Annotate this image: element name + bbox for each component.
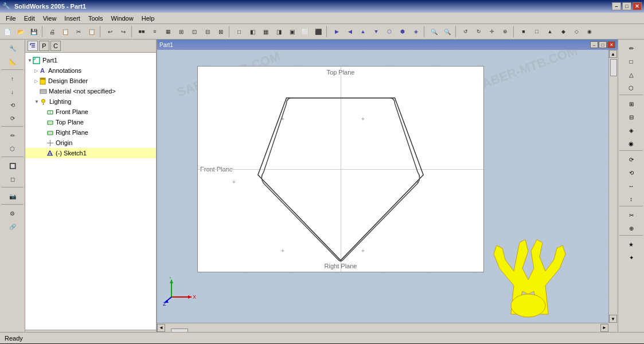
left-icon-5[interactable]: ⟲ [6, 99, 19, 111]
menu-view[interactable]: View [40, 14, 60, 22]
tb-3d-7[interactable]: ◈ [409, 25, 422, 38]
right-icon-4[interactable]: ⬡ [625, 81, 638, 94]
right-icon-15[interactable]: ★ [625, 238, 638, 251]
redo-button[interactable]: ↪ [117, 25, 130, 38]
minimize-button[interactable]: – [612, 2, 621, 10]
tree-item-sketch1[interactable]: (-) Sketch1 [25, 148, 156, 158]
tb-3d-1[interactable]: ▶ [330, 25, 343, 38]
left-icon-1[interactable]: 🔧 [6, 42, 19, 54]
tb-disp-4[interactable]: ◆ [557, 25, 569, 38]
tb-view-1[interactable]: ↺ [459, 25, 472, 38]
tb-btn-14[interactable]: ▦ [259, 25, 272, 38]
scroll-right-button[interactable]: ► [600, 324, 608, 332]
menu-window[interactable]: Window [108, 14, 137, 22]
print-button[interactable]: 🖨 [46, 25, 58, 38]
tb-btn-4[interactable]: 📋 [85, 25, 98, 38]
fm-splitter[interactable] [25, 330, 156, 332]
left-icon-2[interactable]: 📐 [6, 55, 19, 68]
tb-disp-2[interactable]: □ [530, 25, 543, 38]
left-icon-4[interactable]: ↓ [6, 85, 19, 98]
scrollbar-vertical[interactable]: ▲ ▼ [608, 50, 618, 323]
menu-insert[interactable]: Insert [61, 14, 84, 22]
scroll-thumb-v[interactable] [610, 59, 617, 76]
tb-btn-13[interactable]: ◧ [246, 25, 259, 38]
tb-3d-5[interactable]: ⬡ [383, 25, 396, 38]
scrollbar-horizontal[interactable]: ◄ ► [157, 323, 608, 332]
tb-btn-11[interactable]: ⊠ [214, 25, 227, 38]
scroll-down-button[interactable]: ▼ [609, 315, 617, 323]
tb-btn-7[interactable]: ▦ [162, 25, 174, 38]
left-icon-3[interactable]: ↑ [6, 72, 19, 85]
scroll-left-button[interactable]: ◄ [157, 324, 165, 332]
zoom-in-button[interactable]: 🔍 [428, 25, 440, 38]
tb-btn-15[interactable]: ◨ [272, 25, 285, 38]
save-button[interactable]: 💾 [28, 25, 40, 38]
tb-btn-6[interactable]: ≡ [149, 25, 161, 38]
tb-btn-17[interactable]: ⬜ [299, 25, 311, 38]
tree-item-origin[interactable]: Origin [25, 138, 156, 148]
left-icon-13[interactable]: 🔗 [6, 220, 19, 233]
scroll-thumb-h[interactable] [171, 329, 188, 333]
tb-disp-6[interactable]: ◉ [583, 25, 596, 38]
right-icon-10[interactable]: ⟲ [625, 166, 638, 179]
tree-item-material[interactable]: Material <not specified> [25, 86, 156, 96]
right-icon-11[interactable]: ↔ [625, 179, 638, 192]
menu-edit[interactable]: Edit [21, 14, 38, 22]
tb-view-3[interactable]: ✛ [486, 25, 498, 38]
scroll-up-button[interactable]: ▲ [609, 50, 617, 58]
right-icon-12[interactable]: ↕ [625, 193, 638, 205]
undo-button[interactable]: ↩ [104, 25, 116, 38]
right-icon-6[interactable]: ⊟ [625, 111, 638, 123]
tree-item-design-binder[interactable]: ▷ Design Binder [25, 76, 156, 86]
right-icon-8[interactable]: ◉ [625, 137, 638, 150]
menu-tools[interactable]: Tools [85, 14, 107, 22]
tree-item-annotations[interactable]: ▷ A Annotations [25, 65, 156, 76]
menu-file[interactable]: File [2, 14, 19, 22]
left-icon-11[interactable]: 📷 [6, 190, 19, 202]
tb-btn-18[interactable]: ⬛ [312, 25, 325, 38]
right-icon-7[interactable]: ◈ [625, 124, 638, 136]
close-button[interactable]: ✕ [633, 2, 642, 10]
tb-view-2[interactable]: ↻ [473, 25, 485, 38]
left-icon-7[interactable]: ✏ [6, 129, 19, 142]
tree-item-lighting[interactable]: ▼ Lighting [25, 96, 156, 107]
right-icon-13[interactable]: ✂ [625, 209, 638, 221]
tree-item-top-plane[interactable]: Top Plane [25, 117, 156, 127]
tb-btn-10[interactable]: ⊟ [201, 25, 214, 38]
left-icon-8[interactable]: ⬡ [6, 142, 19, 155]
tree-item-right-plane[interactable]: Right Plane [25, 127, 156, 138]
zoom-out-button[interactable]: 🔍 [441, 25, 454, 38]
menu-help[interactable]: Help [138, 14, 158, 22]
tb-3d-6[interactable]: ⬢ [396, 25, 409, 38]
left-icon-6[interactable]: ⟳ [6, 112, 19, 124]
open-button[interactable]: 📂 [14, 25, 27, 38]
tb-btn-16[interactable]: ▣ [286, 25, 298, 38]
inner-maximize[interactable]: □ [599, 41, 607, 48]
fm-tab-props[interactable]: P [39, 41, 49, 51]
right-icon-3[interactable]: △ [625, 68, 638, 81]
tb-btn-5[interactable]: ■■ [135, 25, 148, 38]
tree-item-part1[interactable]: ▼ Part1 [25, 55, 156, 65]
tb-btn-9[interactable]: ⊡ [188, 25, 201, 38]
right-icon-16[interactable]: ✦ [625, 251, 638, 264]
right-icon-14[interactable]: ⊕ [625, 222, 638, 234]
tb-btn-2[interactable]: 📋 [59, 25, 72, 38]
right-icon-5[interactable]: ⊞ [625, 97, 638, 110]
inner-close[interactable]: ✕ [607, 41, 615, 48]
tb-view-4[interactable]: ⊕ [499, 25, 512, 38]
tb-btn-12[interactable]: □ [233, 25, 245, 38]
tb-disp-1[interactable]: ■ [517, 25, 530, 38]
right-icon-9[interactable]: ⟳ [625, 153, 638, 166]
tb-3d-4[interactable]: ▼ [370, 25, 383, 38]
fm-tab-config[interactable]: C [50, 41, 61, 51]
right-icon-2[interactable]: □ [625, 55, 638, 68]
maximize-button[interactable]: □ [622, 2, 631, 10]
tb-3d-3[interactable]: ▲ [357, 25, 369, 38]
right-icon-1[interactable]: ✏ [625, 42, 638, 54]
left-icon-9[interactable]: 🔲 [6, 159, 19, 172]
inner-minimize[interactable]: – [590, 41, 598, 48]
new-button[interactable]: 📄 [1, 25, 14, 38]
left-icon-10[interactable]: ◻ [6, 173, 19, 185]
fm-tab-tree[interactable] [28, 41, 38, 51]
viewport[interactable]: SABER-MTB.COM SABER-MTB.COM SABER-MTB.CO… [157, 50, 608, 323]
